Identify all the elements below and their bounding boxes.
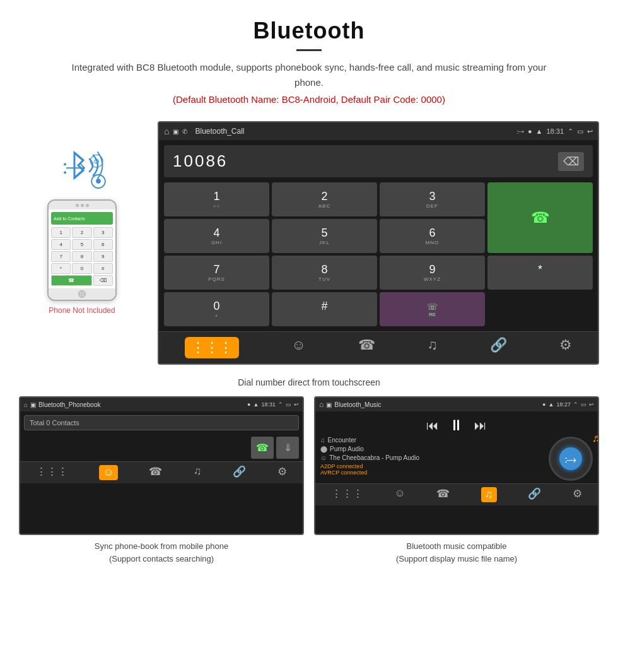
phone-key-9: 9 [93,251,113,262]
page-subtitle-red: (Default Bluetooth Name: BC8-Android, De… [38,94,580,105]
mus-caption: Bluetooth music compatible (Support disp… [314,540,599,565]
prev-track-button[interactable]: ⏮ [426,418,439,433]
music-notes-icon: ♬ [592,432,600,445]
mus-nav-dialpad[interactable]: ⋮⋮⋮ [331,487,363,502]
pb-call-button[interactable]: ☎ [251,437,274,459]
key-2[interactable]: 2 ABC [272,182,377,216]
pb-screen-title: Bluetooth_Phonebook [38,401,245,408]
phone-not-included-label: Phone Not Included [49,306,115,315]
mus-nav-link[interactable]: 🔗 [528,487,541,502]
mus-audio: Pump Audio [330,445,364,452]
phonebook-item: ⌂ ▣ Bluetooth_Phonebook ● ▲ 18:31 ⌃ ▭ ↩ … [19,396,304,565]
mus-controls: ⏮ ⏸ ⏭ [315,411,598,437]
bluetooth-icon-area: ⧴ ⦾⦿ [57,146,107,191]
mus-track-line: ♫ Encounter [320,437,544,444]
pb-nav-link[interactable]: 🔗 [233,465,246,480]
key-7[interactable]: 7 PQRS [164,256,269,290]
home-icon: ⌂ [164,126,169,136]
phone-key-1: 1 [51,227,71,238]
mus-info: ♫ Encounter ⬤ Pump Audio ☺ The Cheebacab… [315,437,598,481]
phone-key-2: 2 [72,227,91,238]
bottom-section: ⌂ ▣ Bluetooth_Phonebook ● ▲ 18:31 ⌃ ▭ ↩ … [0,396,618,574]
phone-key-3: 3 [93,227,113,238]
nav-contacts-icon[interactable]: ☺ [291,337,305,358]
pb-window: ▭ [286,401,291,408]
key-call[interactable]: ☎ [487,182,593,253]
pb-search-placeholder: Total 0 Contacts [30,419,79,427]
key-1[interactable]: 1 ○○ [164,182,269,216]
phone-home-button [78,290,86,298]
phone-key-4: 4 [51,239,71,250]
key-star[interactable]: * [487,256,593,290]
mus-wifi: ▲ [549,401,554,408]
key-hash[interactable]: # [272,292,377,326]
key-8[interactable]: 8 TUV [272,256,377,290]
pb-nav-music[interactable]: ♫ [194,465,202,480]
nav-link-icon[interactable]: 🔗 [490,337,507,358]
phone-area: ⧴ ⦾⦿ Add to Contac [19,121,145,315]
page-header: Bluetooth Integrated with BC8 Bluetooth … [0,0,618,121]
phone-key-6: 6 [93,239,113,250]
window-icon: ▭ [577,127,583,136]
mus-status-bar: ⌂ ▣ Bluetooth_Music ● ▲ 18:27 ⌃ ▭ ↩ [315,398,598,411]
mus-home-icon: ⌂ [319,400,324,409]
key-4[interactable]: 4 GHI [164,219,269,253]
pb-status-right: ● ▲ 18:31 ⌃ ▭ ↩ [247,401,299,408]
nav-settings-icon[interactable]: ⚙ [559,337,572,358]
pb-expand: ⌃ [278,401,283,408]
mus-nav-settings[interactable]: ⚙ [573,487,582,502]
pb-search-bar[interactable]: Total 0 Contacts [24,415,299,430]
phone-screen: Add to Contacts 1 2 3 4 5 6 7 8 9 * 0 # … [49,209,115,288]
mus-nav-contacts[interactable]: ☺ [394,487,405,502]
signal-icon: ▣ [173,128,178,135]
pb-time: 18:31 [261,401,276,408]
mus-circle-icon: ⬤ [320,445,327,452]
mus-caption-line1: Bluetooth music compatible [407,541,507,551]
bt-status-icon: ⧴ [517,127,524,136]
pb-signal-icon: ▣ [30,401,36,408]
pb-caption-line1: Sync phone-book from mobile phone [95,541,228,551]
music-screen: ⌂ ▣ Bluetooth_Music ● ▲ 18:27 ⌃ ▭ ↩ ⏮ ⏸ … [314,396,599,535]
bt-waves-svg [57,146,107,191]
phone-dialpad: 1 2 3 4 5 6 7 8 9 * 0 # ☎ ⌫ [51,227,113,286]
mus-nav-phone[interactable]: ☎ [436,487,450,502]
nav-phone-icon[interactable]: ☎ [358,337,375,358]
play-pause-button[interactable]: ⏸ [449,416,464,434]
vinyl-bt-icon: ⧴ [559,447,582,470]
pb-nav-settings[interactable]: ⚙ [277,465,287,480]
pb-download-button[interactable]: ⇓ [276,437,299,459]
mus-audio-line: ⬤ Pump Audio [320,445,544,452]
mus-artist-line: ☺ The Cheebacabra - Pump Audio [320,454,544,461]
wifi-status: ▲ [536,127,543,135]
next-track-button[interactable]: ⏭ [474,418,487,433]
main-section: ⧴ ⦾⦿ Add to Contac [0,121,618,365]
nav-music-icon[interactable]: ♫ [427,337,438,358]
pb-nav-phone[interactable]: ☎ [149,465,162,480]
key-6[interactable]: 6 MNO [380,219,485,253]
nav-dialpad-icon[interactable]: ⋮⋮⋮ [185,337,239,358]
mus-screen-title: Bluetooth_Music [334,401,540,408]
phone-key-0: 0 [72,263,91,274]
key-9[interactable]: 9 WXYZ [380,256,485,290]
key-5[interactable]: 5 JKL [272,219,377,253]
title-divider [296,49,322,51]
phone-dot [81,204,84,207]
mus-caption-line2: (Support display music file name) [396,554,517,563]
main-caption-text: Dial number direct from touchscreen [238,377,380,387]
pb-caption-line2: (Support contacts searching) [109,554,214,563]
backspace-button[interactable]: ⌫ [558,152,584,171]
phone-icon: ✆ [182,128,187,135]
key-0[interactable]: 0 + [164,292,269,326]
main-caption: Dial number direct from touchscreen [0,371,618,396]
pb-dot: ● [247,401,250,408]
key-3[interactable]: 3 DEF [380,182,485,216]
mus-nav-music[interactable]: ♫ [481,487,497,502]
key-hangup[interactable]: ☏RE [380,292,485,326]
phone-key-5: 5 [72,239,91,250]
pb-nav-dialpad[interactable]: ⋮⋮⋮ [36,465,68,480]
mus-status-right: ● ▲ 18:27 ⌃ ▭ ↩ [542,401,594,408]
phone-key-8: 8 [72,251,91,262]
time-display: 18:31 [546,127,564,135]
pb-nav-contacts[interactable]: ☺ [99,465,117,480]
pb-content: ☎ ⇓ [20,434,303,461]
